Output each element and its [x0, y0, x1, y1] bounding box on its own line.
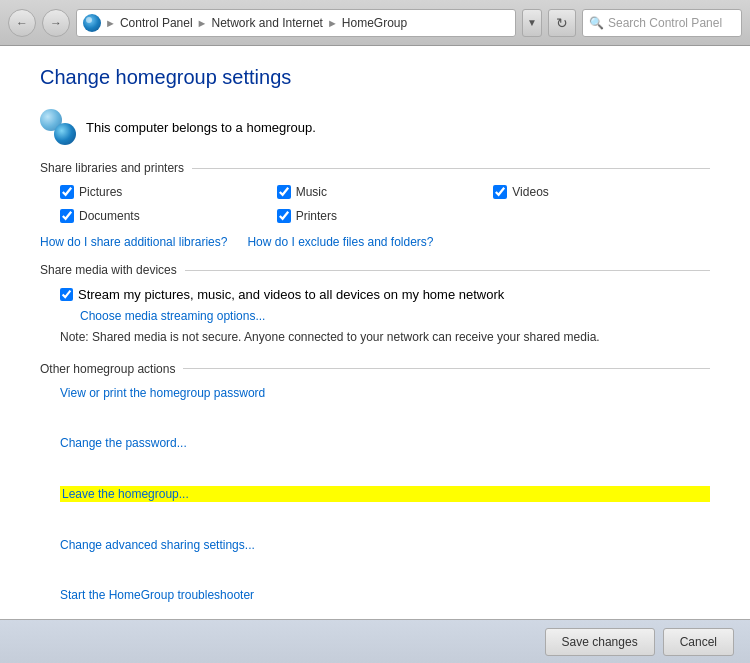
music-checkbox[interactable]: [277, 185, 291, 199]
share-libraries-label: Share libraries and printers: [40, 161, 184, 175]
share-media-divider: Share media with devices: [40, 263, 710, 277]
search-placeholder: Search Control Panel: [608, 16, 722, 30]
share-additional-libraries-link[interactable]: How do I share additional libraries?: [40, 235, 227, 249]
divider-line-1: [192, 168, 710, 169]
refresh-button[interactable]: ↻: [548, 9, 576, 37]
music-checkbox-item: Music: [277, 185, 494, 199]
homegroup-header: This computer belongs to a homegroup.: [40, 109, 710, 145]
printers-checkbox[interactable]: [277, 209, 291, 223]
links-row: How do I share additional libraries? How…: [40, 235, 710, 249]
stream-label: Stream my pictures, music, and videos to…: [78, 287, 504, 302]
documents-label: Documents: [79, 209, 140, 223]
stream-checkbox[interactable]: [60, 288, 73, 301]
sep2: ►: [195, 17, 210, 29]
documents-checkbox-item: Documents: [60, 209, 277, 223]
checkboxes-row2: Documents Printers: [60, 209, 710, 223]
divider-line-2: [185, 270, 710, 271]
share-media-label: Share media with devices: [40, 263, 177, 277]
back-button[interactable]: ←: [8, 9, 36, 37]
checkboxes-row1: Pictures Music Videos: [60, 185, 710, 199]
sep1: ►: [103, 17, 118, 29]
page-title: Change homegroup settings: [40, 66, 710, 89]
stream-note: Note: Shared media is not secure. Anyone…: [60, 329, 710, 346]
breadcrumb: ► Control Panel ► Network and Internet ►…: [76, 9, 516, 37]
homegroup-icon: [40, 109, 76, 145]
control-panel-icon: [83, 14, 101, 32]
sep3: ►: [325, 17, 340, 29]
search-box[interactable]: 🔍 Search Control Panel: [582, 9, 742, 37]
printers-label: Printers: [296, 209, 337, 223]
breadcrumb-dropdown[interactable]: ▼: [522, 9, 542, 37]
search-icon: 🔍: [589, 16, 604, 30]
documents-checkbox[interactable]: [60, 209, 74, 223]
videos-label: Videos: [512, 185, 548, 199]
divider-line-3: [183, 368, 710, 369]
address-bar: ← → ► Control Panel ► Network and Intern…: [0, 0, 750, 46]
advanced-sharing-link[interactable]: Change advanced sharing settings...: [60, 538, 710, 552]
other-actions-section: View or print the homegroup password Cha…: [60, 386, 710, 602]
media-streaming-link[interactable]: Choose media streaming options...: [80, 309, 265, 323]
cancel-button[interactable]: Cancel: [663, 628, 734, 656]
breadcrumb-homegroup[interactable]: HomeGroup: [342, 16, 407, 30]
troubleshooter-link[interactable]: Start the HomeGroup troubleshooter: [60, 588, 710, 602]
pictures-checkbox[interactable]: [60, 185, 74, 199]
music-label: Music: [296, 185, 327, 199]
save-button[interactable]: Save changes: [545, 628, 655, 656]
share-libraries-divider: Share libraries and printers: [40, 161, 710, 175]
change-password-link[interactable]: Change the password...: [60, 436, 710, 450]
other-actions-divider: Other homegroup actions: [40, 362, 710, 376]
videos-checkbox[interactable]: [493, 185, 507, 199]
pictures-checkbox-item: Pictures: [60, 185, 277, 199]
breadcrumb-control-panel[interactable]: Control Panel: [120, 16, 193, 30]
view-print-password-link[interactable]: View or print the homegroup password: [60, 386, 710, 400]
pictures-label: Pictures: [79, 185, 122, 199]
leave-homegroup-link[interactable]: Leave the homegroup...: [60, 486, 710, 502]
breadcrumb-network[interactable]: Network and Internet: [212, 16, 323, 30]
videos-checkbox-item: Videos: [493, 185, 710, 199]
stream-section: Stream my pictures, music, and videos to…: [60, 287, 710, 346]
other-actions-label: Other homegroup actions: [40, 362, 175, 376]
homegroup-message: This computer belongs to a homegroup.: [86, 120, 316, 135]
exclude-files-link[interactable]: How do I exclude files and folders?: [247, 235, 433, 249]
stream-check-row: Stream my pictures, music, and videos to…: [60, 287, 710, 302]
printers-checkbox-item: Printers: [277, 209, 494, 223]
forward-button[interactable]: →: [42, 9, 70, 37]
footer: Save changes Cancel: [0, 619, 750, 663]
main-content: Change homegroup settings This computer …: [0, 46, 750, 619]
